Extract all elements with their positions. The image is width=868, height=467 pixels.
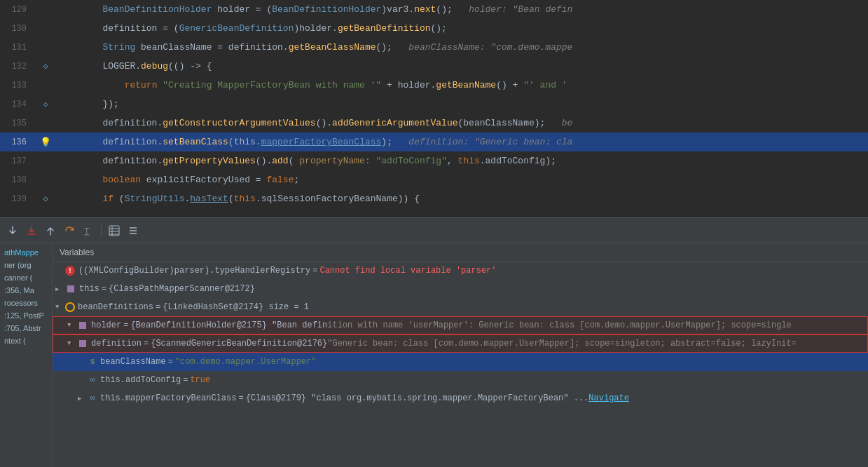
left-panel: athMappe ner (org canner ( :356, Ma roce… xyxy=(0,243,53,467)
code-content-130: definition = (GenericBeanDefinition)hold… xyxy=(56,19,868,38)
code-line-137: 137 definition.getPropertyValues().add( … xyxy=(0,151,868,170)
line-num-131: 131 xyxy=(0,43,35,53)
var-eq-2: = xyxy=(156,302,160,312)
var-value-3: {BeanDefinitionHolder@2175} "Bean defin xyxy=(130,320,327,330)
var-row-2[interactable]: ▼ beanDefinitions = {LinkedHashSet@2174}… xyxy=(53,298,868,316)
left-panel-item-6[interactable]: :705, Abstr xyxy=(0,322,52,334)
cursor-button[interactable]: ⌶ xyxy=(80,222,97,239)
left-panel-item-5[interactable]: :125, PostP xyxy=(0,309,52,322)
line-num-138: 138 xyxy=(0,175,35,185)
line-num-130: 130 xyxy=(0,24,35,34)
watch-icon-2 xyxy=(65,302,75,312)
gutter-134: ◇ xyxy=(35,100,56,109)
inf-icon-7: ∞ xyxy=(88,393,97,403)
variables-title: Variables xyxy=(60,248,94,257)
expand-2: ▼ xyxy=(55,304,65,311)
code-content-132: LOGGER.debug(() -> { xyxy=(56,57,868,76)
left-panel-item-2[interactable]: canner ( xyxy=(0,271,52,284)
step-up-button[interactable] xyxy=(42,222,59,239)
main-layout: 129 BeanDefinitionHolder holder = (BeanD… xyxy=(0,0,868,467)
gutter-139: ◇ xyxy=(35,194,56,204)
var-eq-3: = xyxy=(123,320,128,330)
inf-icon-6: ∞ xyxy=(88,375,97,385)
line-num-129: 129 xyxy=(0,5,35,15)
code-editor: 129 BeanDefinitionHolder holder = (BeanD… xyxy=(0,0,868,217)
var-value-5: "com.demo.mapper.UserMapper" xyxy=(175,357,317,367)
var-eq-5: = xyxy=(168,357,173,367)
var-name-6: this.addToConfig xyxy=(100,375,181,385)
expand-4: ▼ xyxy=(67,340,77,347)
var-row-6[interactable]: ∞ this.addToConfig = true xyxy=(53,371,868,389)
diamond-134: ◇ xyxy=(43,100,48,109)
error-icon-0: ! xyxy=(65,266,75,276)
var-name-4: definition xyxy=(91,339,142,348)
var-row-7[interactable]: ▶ ∞ this.mapperFactoryBeanClass = {Class… xyxy=(53,389,868,407)
code-content-129: BeanDefinitionHolder holder = (BeanDefin… xyxy=(56,0,868,19)
code-content-135: definition.getConstructorArgumentValues(… xyxy=(56,114,868,133)
table-view-button[interactable] xyxy=(106,222,123,239)
gutter-132: ◇ xyxy=(35,61,56,72)
left-panel-item-7[interactable]: ntext ( xyxy=(0,334,52,347)
svg-text:⌶: ⌶ xyxy=(84,226,90,236)
code-line-132: 132 ◇ LOGGER.debug(() -> { xyxy=(0,57,868,76)
var-name-7: this.mapperFactoryBeanClass xyxy=(100,393,236,403)
line-num-134: 134 xyxy=(0,100,35,109)
reload-button[interactable] xyxy=(61,222,78,239)
left-panel-item-1[interactable]: ner (org xyxy=(0,259,52,271)
bottom-section: athMappe ner (org canner ( :356, Ma roce… xyxy=(0,243,868,467)
code-line-131: 131 String beanClassName = definition.ge… xyxy=(0,38,868,57)
code-content-133: return "Creating MapperFactoryBean with … xyxy=(56,76,868,95)
code-line-138: 138 boolean explicitFactoryUsed = false; xyxy=(0,170,868,189)
code-content-138: boolean explicitFactoryUsed = false; xyxy=(56,170,868,189)
var-row-3[interactable]: ▼ holder = {BeanDefinitionHolder@2175} "… xyxy=(53,316,868,334)
line-num-136: 136 xyxy=(0,137,35,147)
left-panel-item-3[interactable]: :356, Ma xyxy=(0,284,52,297)
code-content-137: definition.getPropertyValues().add( prop… xyxy=(56,151,868,170)
expand-3: ▼ xyxy=(67,322,77,329)
field-icon-4 xyxy=(77,339,88,348)
diamond-139: ◇ xyxy=(43,194,48,204)
download-button[interactable] xyxy=(23,222,40,239)
var-name-1: this xyxy=(79,284,99,294)
var-eq-7: = xyxy=(238,393,243,403)
var-row-1[interactable]: ▶ this = {ClassPathMapperScanner@2172} xyxy=(53,280,868,298)
left-panel-item-4[interactable]: rocessors xyxy=(0,297,52,309)
code-line-133: 133 return "Creating MapperFactoryBean w… xyxy=(0,76,868,95)
code-line-134: 134 ◇ }); xyxy=(0,95,868,114)
var-eq-1: = xyxy=(102,284,106,294)
variable-rows: ! ((XMLConfigBuilder)parser).typeHandler… xyxy=(53,262,868,440)
var-name-5: beanClassName xyxy=(100,357,166,367)
line-num-137: 137 xyxy=(0,156,35,166)
var-name-2: beanDefinitions xyxy=(78,302,153,312)
expand-1: ▶ xyxy=(55,285,65,293)
code-line-139: 139 ◇ if (StringUtils.hasText(this.sqlSe… xyxy=(0,189,868,208)
line-num-139: 139 xyxy=(0,194,35,204)
toolbar: ⌶ xyxy=(0,218,868,243)
field-icon-3 xyxy=(77,320,88,330)
code-line-129: 129 BeanDefinitionHolder holder = (BeanD… xyxy=(0,0,868,19)
line-num-132: 132 xyxy=(0,62,35,72)
gutter-136: 💡 xyxy=(35,137,56,148)
var-row-0[interactable]: ! ((XMLConfigBuilder)parser).typeHandler… xyxy=(53,262,868,280)
code-content-131: String beanClassName = definition.getBea… xyxy=(56,38,868,57)
variables-panel: Variables ! ((XMLConfigBuilder)parser).t… xyxy=(53,243,868,467)
var-value-2: {LinkedHashSet@2174} size = 1 xyxy=(163,302,309,312)
list-view-button[interactable] xyxy=(125,222,142,239)
var-row-4[interactable]: ▼ definition = {ScannedGenericBeanDefini… xyxy=(53,334,868,353)
code-line-136: 136 💡 definition.setBeanClass(this.mappe… xyxy=(0,133,868,151)
var-name-0: ((XMLConfigBuilder)parser).typeHandlerRe… xyxy=(78,266,310,276)
left-panel-item-0[interactable]: athMappe xyxy=(0,246,52,259)
var-value-0: Cannot find local variable 'parser' xyxy=(319,266,496,276)
var-row-5[interactable]: S beanClassName = "com.demo.mapper.UserM… xyxy=(53,353,868,371)
step-down-button[interactable] xyxy=(4,222,21,239)
var-value-1: {ClassPathMapperScanner@2172} xyxy=(109,284,255,294)
expand-7: ▶ xyxy=(78,395,88,402)
line-num-133: 133 xyxy=(0,81,35,90)
field-icon-1 xyxy=(65,284,76,294)
navigate-link-7[interactable]: Navigate xyxy=(588,393,629,403)
code-lines: 129 BeanDefinitionHolder holder = (BeanD… xyxy=(0,0,868,208)
var-eq-0: = xyxy=(312,266,317,276)
breakpoint-diamond-132: ◇ xyxy=(43,61,48,72)
code-content-134: }); xyxy=(56,95,868,114)
var-name-3: holder xyxy=(91,320,121,330)
